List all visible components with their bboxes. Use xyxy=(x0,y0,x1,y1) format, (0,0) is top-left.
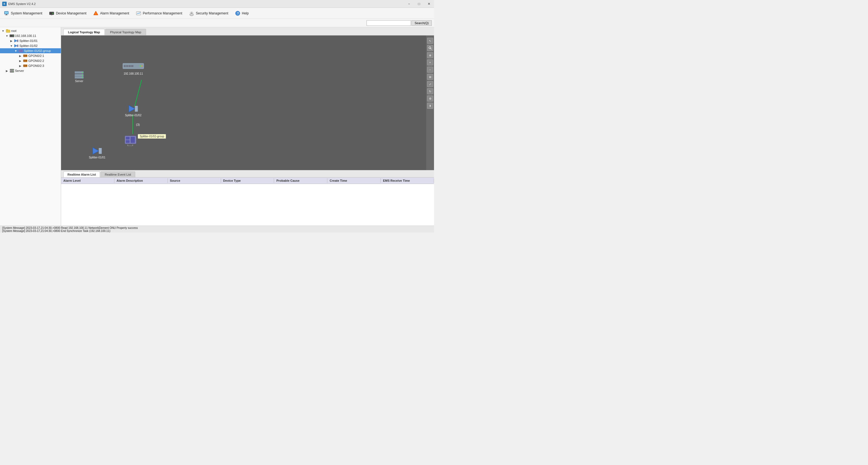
sys-msg-1: [System Message] 2023-03-17,21:04:30,+08… xyxy=(2,226,432,229)
svg-rect-35 xyxy=(20,50,21,51)
svg-line-51 xyxy=(135,80,142,106)
topo-splitter-group[interactable]: Splitter-01/02-group xyxy=(124,135,136,146)
tree-toggle-gpon22[interactable]: ▶ xyxy=(18,59,22,62)
device-node-icon xyxy=(9,34,14,38)
rtool-export[interactable]: ⬆ xyxy=(427,103,433,109)
splitter-group-icon xyxy=(18,49,23,53)
topo-splitter02[interactable]: Splitter-01/02 xyxy=(125,104,141,117)
tree-toggle-splitter0101[interactable]: ▶ xyxy=(9,39,13,42)
svg-point-56 xyxy=(82,72,83,73)
tree-node-gpon22[interactable]: ▶ GPON0/2:2 xyxy=(0,58,61,63)
tree-splitter0102-label: Splitter-01/02 xyxy=(20,44,37,47)
tree-node-splitter-group[interactable]: ▼ Splitter-01/02-group xyxy=(0,48,61,53)
topology-right-toolbar: ↖ ⊕ + − ⊞ ⤢ ↻ ⚙ ⬆ xyxy=(426,35,434,170)
menu-system-management[interactable]: System Management xyxy=(1,9,45,17)
rtool-fit-all[interactable]: ⊞ xyxy=(427,74,433,80)
tab-physical-topology[interactable]: Physical Topology Map xyxy=(105,29,146,35)
connection-label-3: (3) xyxy=(136,123,140,126)
tree-node-gpon23[interactable]: ▶ GPON0/2:3 xyxy=(0,63,61,68)
tree-node-gpon21[interactable]: ▶ GPON0/2:1 xyxy=(0,53,61,58)
tree-node-server[interactable]: ▶ Server xyxy=(0,68,61,73)
svg-rect-1 xyxy=(6,14,7,15)
svg-rect-45 xyxy=(24,65,25,67)
search-button[interactable]: Search(Q) xyxy=(411,20,432,26)
rtool-refresh[interactable]: ↻ xyxy=(427,88,433,94)
restore-button[interactable]: □ xyxy=(414,0,424,8)
splitter-group-topo-icon xyxy=(124,135,136,146)
svg-rect-11 xyxy=(136,12,141,12)
tree-toggle-server[interactable]: ▶ xyxy=(5,69,9,72)
topo-switch[interactable]: 192.168.100.11 xyxy=(122,61,145,75)
gpon23-icon xyxy=(23,64,28,68)
tab-logical-topology[interactable]: Logical Topology Map xyxy=(63,29,105,35)
splitter01-topo-icon xyxy=(92,146,103,155)
tree-node-root[interactable]: ▼ root xyxy=(0,28,61,33)
topo-server[interactable]: Server xyxy=(73,70,85,83)
svg-rect-36 xyxy=(21,50,22,51)
tree-toggle-gpon23[interactable]: ▶ xyxy=(18,64,22,67)
tree-splitter0101-label: Splitter-01/01 xyxy=(20,39,37,42)
switch-topo-label: 192.168.100.11 xyxy=(124,72,143,75)
svg-point-86 xyxy=(429,47,431,49)
device-icon xyxy=(49,10,55,16)
tree-toggle-splitter0102[interactable]: ▼ xyxy=(9,44,13,47)
menu-performance-management[interactable]: Performance Management xyxy=(133,9,185,17)
svg-rect-46 xyxy=(26,65,27,66)
rtool-cursor[interactable]: ↖ xyxy=(427,38,433,44)
splitter0102-icon xyxy=(14,44,19,48)
minimize-button[interactable]: − xyxy=(404,0,414,8)
search-input[interactable] xyxy=(367,20,411,26)
topology-canvas[interactable]: Server xyxy=(61,35,434,170)
server-topo-icon xyxy=(73,70,85,79)
app-title: EMS System V2.4.2 xyxy=(8,2,35,5)
menu-help[interactable]: ? Help xyxy=(232,9,252,17)
tree-toggle-splitter-group[interactable]: ▼ xyxy=(14,49,18,53)
col-source: Source xyxy=(168,178,221,183)
sys-msg-2: [System Message] 2023-03-17,21:04:30,+08… xyxy=(2,229,432,232)
security-icon xyxy=(189,10,194,16)
sidebar-tree: ▼ root ▼ 192.168.100.11 xyxy=(0,27,61,226)
svg-rect-19 xyxy=(6,29,8,30)
rtool-zoom-out[interactable]: − xyxy=(427,67,433,73)
topo-splitter01[interactable]: Splitter-01/01 xyxy=(89,146,105,159)
svg-rect-75 xyxy=(126,137,130,139)
menu-device-management[interactable]: Device Management xyxy=(46,9,89,17)
tab-realtime-event[interactable]: Realtime Event List xyxy=(100,171,135,177)
rtool-settings[interactable]: ⚙ xyxy=(427,95,433,102)
svg-rect-63 xyxy=(127,65,128,67)
close-button[interactable]: ✕ xyxy=(424,0,434,8)
tree-node-splitter0101[interactable]: ▶ Splitter-01/01 xyxy=(0,38,61,43)
svg-point-68 xyxy=(141,65,143,67)
rtool-search[interactable] xyxy=(427,45,433,51)
alarm-table-body xyxy=(61,184,434,226)
window-controls: − □ ✕ xyxy=(404,0,434,7)
app-icon: E xyxy=(2,2,7,6)
searchbar: Search(Q) xyxy=(0,19,434,27)
server-topo-label: Server xyxy=(75,79,83,83)
topology-tab-bar: Logical Topology Map Physical Topology M… xyxy=(61,27,434,35)
tree-device192-label: 192.168.100.11 xyxy=(15,34,36,37)
tree-toggle-gpon21[interactable]: ▶ xyxy=(18,55,22,58)
rtool-zoom-region[interactable]: ⊕ xyxy=(427,52,433,58)
col-create-time: Create Time xyxy=(328,178,381,183)
rtool-zoom-in[interactable]: + xyxy=(427,59,433,65)
tree-node-splitter0102[interactable]: ▼ Splitter-01/02 xyxy=(0,43,61,48)
svg-rect-23 xyxy=(10,35,12,36)
svg-point-22 xyxy=(13,35,13,36)
switch-topo-icon xyxy=(122,61,145,72)
menu-security-management[interactable]: Security Management xyxy=(186,9,231,17)
tab-realtime-alarm[interactable]: Realtime Alarm List xyxy=(63,171,100,177)
tree-toggle-root[interactable]: ▼ xyxy=(1,29,5,32)
tree-toggle-device192[interactable]: ▼ xyxy=(5,34,9,37)
menu-alarm-management[interactable]: ! Alarm Management xyxy=(90,9,132,17)
svg-line-87 xyxy=(431,48,432,49)
svg-point-6 xyxy=(53,13,53,13)
server-node-icon xyxy=(9,69,14,73)
col-device-type: Device Type xyxy=(221,178,274,183)
menu-system-management-label: System Management xyxy=(11,11,42,15)
tree-node-device192[interactable]: ▼ 192.168.100.11 xyxy=(0,33,61,38)
tree-splitter-group-label: Splitter-01/02-group xyxy=(24,49,51,53)
menubar: System Management Device Management ! Al… xyxy=(0,8,434,19)
computer-icon xyxy=(4,10,9,16)
rtool-expand[interactable]: ⤢ xyxy=(427,81,433,87)
